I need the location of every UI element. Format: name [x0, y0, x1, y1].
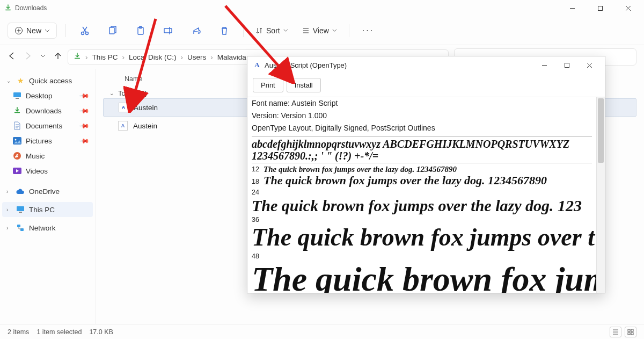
- svg-rect-7: [164, 28, 172, 33]
- share-icon[interactable]: [186, 20, 207, 41]
- svg-point-3: [86, 32, 89, 34]
- sidebar-item-onedrive[interactable]: › OneDrive: [2, 184, 93, 199]
- music-icon: [13, 152, 21, 160]
- chevron-down-icon: ⌄: [109, 90, 115, 96]
- sidebar-item-label: Downloads: [26, 107, 62, 115]
- svg-rect-21: [631, 333, 633, 335]
- sidebar-item-label: Desktop: [26, 92, 53, 100]
- font-sample: The quick brown fox jumps over the lazy …: [252, 197, 582, 214]
- sidebar-item-network[interactable]: › Network: [2, 220, 93, 235]
- font-size-label: 12: [252, 165, 264, 173]
- font-size-label: 36: [252, 216, 264, 223]
- font-file-icon: A: [118, 121, 128, 131]
- sidebar-item-music[interactable]: Music: [2, 148, 93, 163]
- close-button[interactable]: [579, 57, 599, 73]
- copy-icon[interactable]: [103, 20, 123, 41]
- sidebar-item-quick-access[interactable]: ⌄ ★ Quick access: [2, 73, 93, 88]
- chevron-down-icon[interactable]: [40, 52, 46, 62]
- minimize-button[interactable]: [560, 1, 584, 16]
- svg-rect-0: [598, 6, 602, 10]
- sidebar: ⌄ ★ Quick access Desktop 📌 Downloads 📌 D…: [0, 69, 96, 324]
- chevron-down-icon: [283, 28, 288, 33]
- sidebar-item-videos[interactable]: Videos: [2, 163, 93, 178]
- download-icon: [4, 4, 12, 12]
- delete-icon[interactable]: [214, 20, 235, 41]
- install-button[interactable]: Install: [287, 78, 321, 92]
- sidebar-item-desktop[interactable]: Desktop 📌: [2, 88, 93, 103]
- font-app-icon: A: [253, 61, 261, 69]
- font-meta-version: Version: Version 1.000: [252, 111, 592, 123]
- paste-icon[interactable]: [130, 20, 151, 41]
- details-view-button[interactable]: [610, 327, 621, 337]
- maximize-button[interactable]: [557, 57, 577, 73]
- font-meta-name: Font name: Austein Script: [252, 98, 592, 111]
- desktop-icon: [13, 91, 21, 100]
- font-sample-digits: 1234567890.:,; ' " (!?) +-*/=: [252, 150, 592, 162]
- picture-icon: [13, 136, 21, 145]
- chevron-right-icon: ›: [6, 207, 12, 213]
- svg-rect-4: [109, 27, 114, 34]
- print-button[interactable]: Print: [253, 78, 283, 92]
- video-icon: [13, 167, 21, 175]
- download-icon: [74, 53, 81, 62]
- font-sample-alphabet: abcdefghijklmnopqrstuvwxyz ABCDEFGHIJKLM…: [252, 138, 592, 150]
- font-sample: The quick brown fox jump: [252, 260, 596, 293]
- chevron-down-icon: [45, 28, 50, 33]
- status-selected: 1 item selected: [36, 328, 82, 336]
- forward-button[interactable]: [24, 52, 32, 62]
- pin-icon: 📌: [79, 120, 90, 132]
- svg-rect-9: [16, 98, 19, 99]
- breadcrumb-item[interactable]: Local Disk (C:): [129, 53, 177, 61]
- new-button[interactable]: New: [8, 23, 57, 39]
- maximize-button[interactable]: [588, 1, 612, 16]
- scrollbar[interactable]: [596, 97, 605, 293]
- more-button[interactable]: ···: [358, 26, 378, 35]
- cut-icon[interactable]: [75, 20, 95, 41]
- cloud-icon: [16, 187, 25, 196]
- sidebar-item-label: Music: [26, 152, 45, 160]
- file-name: Austein: [134, 104, 158, 112]
- font-sample: The quick brown fox jumps over the lazy …: [264, 174, 547, 187]
- breadcrumb-item[interactable]: This PC: [92, 53, 118, 61]
- thumbnails-view-button[interactable]: [625, 327, 636, 337]
- sidebar-item-label: Pictures: [26, 137, 52, 145]
- svg-rect-19: [631, 329, 633, 331]
- breadcrumb-item[interactable]: Malavida: [217, 53, 246, 61]
- up-button[interactable]: [54, 52, 62, 62]
- monitor-icon: [16, 205, 25, 214]
- sidebar-item-this-pc[interactable]: › This PC: [2, 202, 93, 217]
- star-icon: ★: [16, 76, 25, 85]
- sidebar-item-label: OneDrive: [29, 187, 60, 196]
- font-sample: The quick brown fox jumps over t: [252, 223, 595, 251]
- sidebar-item-label: Network: [29, 224, 56, 232]
- sidebar-item-downloads[interactable]: Downloads 📌: [2, 103, 93, 118]
- chevron-down-icon: ⌄: [6, 78, 12, 84]
- svg-point-2: [82, 32, 84, 34]
- chevron-right-icon: ›: [6, 225, 12, 231]
- minimize-button[interactable]: [534, 57, 554, 73]
- svg-rect-20: [628, 333, 630, 335]
- sort-label: Sort: [266, 26, 280, 35]
- close-button[interactable]: [616, 1, 640, 16]
- font-size-label: 18: [252, 178, 264, 185]
- font-window-title: Austein-Script (OpenType): [265, 61, 347, 69]
- rename-icon[interactable]: [158, 20, 179, 41]
- window-title: Downloads: [15, 4, 47, 12]
- scrollbar-thumb[interactable]: [598, 98, 604, 163]
- sort-dropdown[interactable]: Sort: [252, 24, 291, 37]
- sidebar-item-label: This PC: [29, 206, 55, 214]
- font-file-icon: A: [119, 103, 128, 112]
- view-dropdown[interactable]: View: [299, 24, 340, 37]
- pin-icon: 📌: [79, 105, 90, 117]
- document-icon: [13, 121, 21, 130]
- sidebar-item-label: Videos: [26, 167, 48, 175]
- back-button[interactable]: [8, 52, 16, 62]
- font-preview-window: A Austein-Script (OpenType) Print Instal…: [247, 56, 605, 293]
- breadcrumb-item[interactable]: Users: [187, 53, 206, 61]
- svg-point-11: [15, 139, 17, 141]
- svg-rect-18: [628, 329, 630, 331]
- sidebar-item-documents[interactable]: Documents 📌: [2, 118, 93, 133]
- status-item-count: 2 items: [8, 328, 29, 336]
- font-size-label: 48: [252, 253, 264, 260]
- sidebar-item-pictures[interactable]: Pictures 📌: [2, 133, 93, 148]
